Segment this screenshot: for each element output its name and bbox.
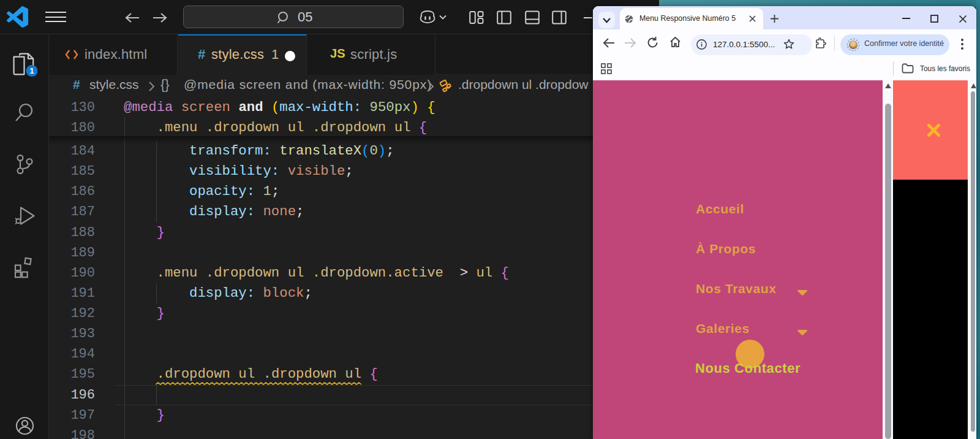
svg-text:1: 1	[29, 66, 34, 75]
